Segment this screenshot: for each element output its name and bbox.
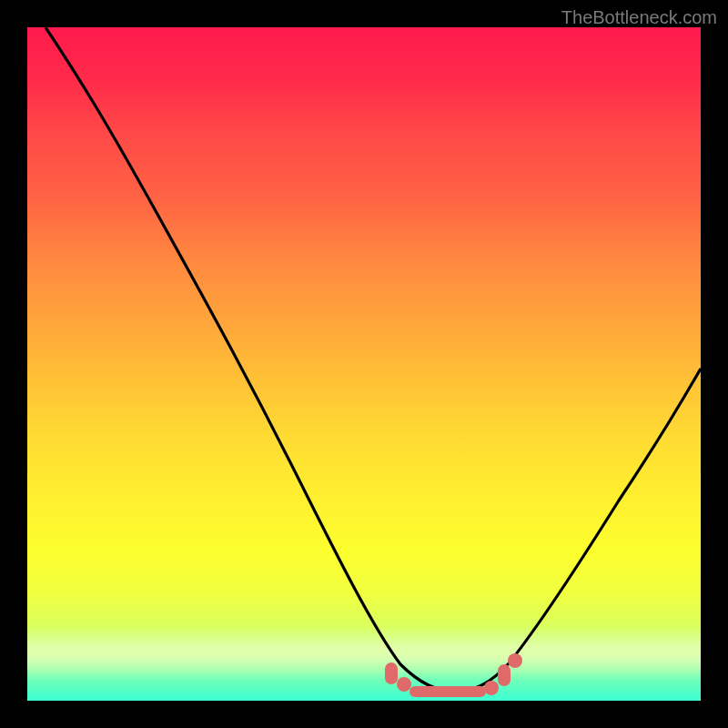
- marker-dot: [498, 664, 511, 686]
- marker-dot: [397, 677, 411, 692]
- marker-dot: [484, 681, 499, 695]
- optimal-range-bar: [410, 686, 486, 697]
- marker-dot: [385, 662, 398, 684]
- marker-dot: [508, 653, 522, 668]
- watermark-text: TheBottleneck.com: [561, 7, 717, 28]
- chart-plot-area: [27, 27, 701, 701]
- bottleneck-curve-path: [46, 27, 701, 692]
- chart-curve: [27, 27, 701, 701]
